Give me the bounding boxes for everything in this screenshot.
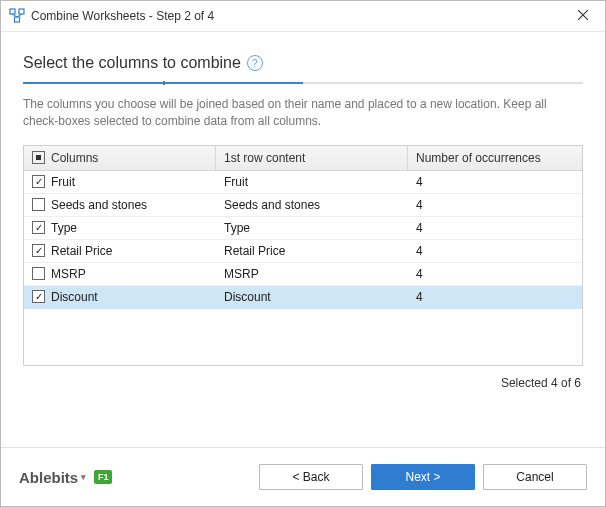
back-button[interactable]: < Back xyxy=(259,464,363,490)
check-icon: ✓ xyxy=(35,292,43,302)
dialog-window: { "window": { "title": "Combine Workshee… xyxy=(0,0,606,507)
close-icon xyxy=(578,9,588,23)
svg-rect-0 xyxy=(10,9,15,14)
next-button[interactable]: Next > xyxy=(371,464,475,490)
row-column-name: Type xyxy=(51,221,77,235)
chevron-down-icon: ▾ xyxy=(81,472,86,482)
dialog-content: Select the columns to combine ? The colu… xyxy=(1,32,605,447)
row-first-row: Fruit xyxy=(224,175,248,189)
table-row[interactable]: ✓DiscountDiscount4 xyxy=(24,286,582,309)
columns-table: Columns 1st row content Number of occurr… xyxy=(23,145,583,366)
table-header: Columns 1st row content Number of occurr… xyxy=(24,146,582,171)
row-checkbox[interactable]: ✓ xyxy=(32,244,45,257)
row-column-name: Retail Price xyxy=(51,244,112,258)
title-bar: Combine Worksheets - Step 2 of 4 xyxy=(1,1,605,32)
row-column-name: MSRP xyxy=(51,267,86,281)
step-progress xyxy=(23,82,583,84)
table-row[interactable]: Seeds and stonesSeeds and stones4 xyxy=(24,194,582,217)
row-occurrences: 4 xyxy=(416,290,423,304)
row-occurrences: 4 xyxy=(416,198,423,212)
row-column-name: Seeds and stones xyxy=(51,198,147,212)
row-checkbox[interactable]: ✓ xyxy=(32,221,45,234)
selection-summary: Selected 4 of 6 xyxy=(23,376,581,390)
row-occurrences: 4 xyxy=(416,221,423,235)
th-first-row[interactable]: 1st row content xyxy=(216,146,408,170)
svg-rect-2 xyxy=(15,17,20,22)
table-body: ✓FruitFruit4Seeds and stonesSeeds and st… xyxy=(24,171,582,365)
row-occurrences: 4 xyxy=(416,244,423,258)
f1-badge[interactable]: F1 xyxy=(94,470,112,484)
master-checkbox-inner xyxy=(36,155,41,160)
check-icon: ✓ xyxy=(35,177,43,187)
table-row[interactable]: MSRPMSRP4 xyxy=(24,263,582,286)
cancel-button[interactable]: Cancel xyxy=(483,464,587,490)
table-row[interactable]: ✓Retail PriceRetail Price4 xyxy=(24,240,582,263)
row-checkbox[interactable] xyxy=(32,198,45,211)
step-heading: Select the columns to combine xyxy=(23,54,241,72)
window-title: Combine Worksheets - Step 2 of 4 xyxy=(31,9,214,23)
row-first-row: MSRP xyxy=(224,267,259,281)
dialog-footer: Ablebits ▾ F1 < Back Next > Cancel xyxy=(1,447,605,506)
app-icon xyxy=(9,8,25,24)
th-occurrences[interactable]: Number of occurrences xyxy=(408,146,582,170)
check-icon: ✓ xyxy=(35,246,43,256)
row-checkbox[interactable]: ✓ xyxy=(32,175,45,188)
th-occurrences-label: Number of occurrences xyxy=(416,151,541,165)
th-columns-label: Columns xyxy=(51,151,98,165)
check-icon: ✓ xyxy=(35,223,43,233)
table-row[interactable]: ✓FruitFruit4 xyxy=(24,171,582,194)
brand-label: Ablebits xyxy=(19,469,78,486)
help-icon[interactable]: ? xyxy=(247,55,263,71)
th-columns[interactable]: Columns xyxy=(24,146,216,170)
row-column-name: Discount xyxy=(51,290,98,304)
row-occurrences: 4 xyxy=(416,175,423,189)
row-first-row: Discount xyxy=(224,290,271,304)
brand-dropdown[interactable]: Ablebits ▾ F1 xyxy=(19,469,112,486)
close-button[interactable] xyxy=(560,1,605,31)
row-checkbox[interactable] xyxy=(32,267,45,280)
table-row[interactable]: ✓TypeType4 xyxy=(24,217,582,240)
svg-rect-1 xyxy=(19,9,24,14)
row-first-row: Type xyxy=(224,221,250,235)
step-heading-row: Select the columns to combine ? xyxy=(23,54,583,72)
step-description: The columns you choose will be joined ba… xyxy=(23,96,583,131)
progress-tick xyxy=(163,81,165,85)
row-first-row: Seeds and stones xyxy=(224,198,320,212)
row-first-row: Retail Price xyxy=(224,244,285,258)
th-first-row-label: 1st row content xyxy=(224,151,305,165)
footer-buttons: < Back Next > Cancel xyxy=(259,464,587,490)
master-checkbox[interactable] xyxy=(32,151,45,164)
row-occurrences: 4 xyxy=(416,267,423,281)
row-checkbox[interactable]: ✓ xyxy=(32,290,45,303)
row-column-name: Fruit xyxy=(51,175,75,189)
